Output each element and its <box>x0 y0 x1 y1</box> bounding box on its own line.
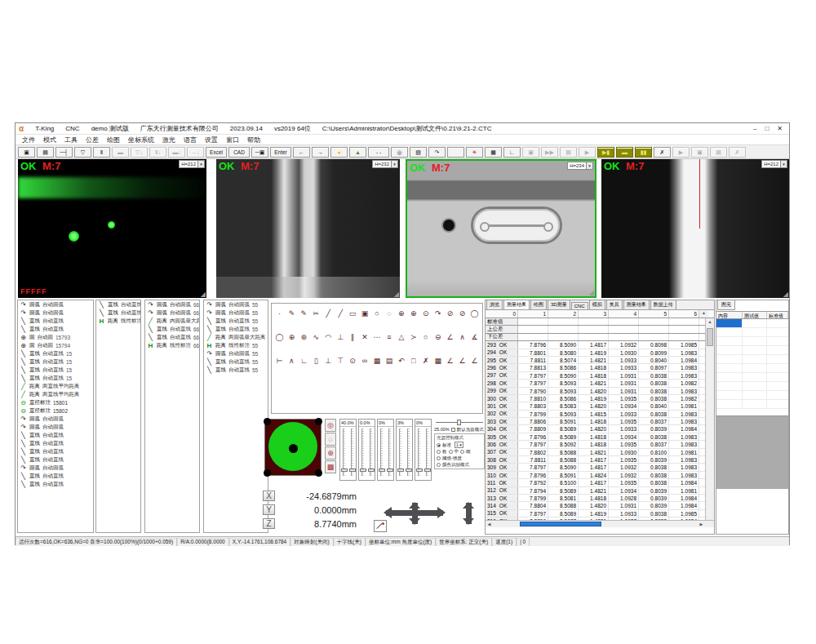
tool-icon[interactable]: ◯ <box>275 332 284 342</box>
light-slider[interactable] <box>380 429 383 476</box>
slider-thumb[interactable] <box>360 469 366 472</box>
tool-icon[interactable]: ∧ <box>458 332 467 342</box>
list-item[interactable]: 圆弧自动圆弧55 <box>204 349 268 358</box>
tool-icon[interactable]: ∠ <box>470 356 479 366</box>
resize-grip-icon[interactable]: ◢ <box>589 289 594 296</box>
toolbar-button[interactable]: ▶▶ <box>541 147 558 158</box>
toolbar-button[interactable]: ▤ <box>37 147 54 158</box>
list-item[interactable]: 直线自动直线 <box>18 317 93 325</box>
tool-icon[interactable]: ✂ <box>312 309 321 318</box>
table-row[interactable]: 314OK 7.8804 8.5088 1.4820 1.0931 0.8039… <box>486 502 714 509</box>
jog-z-arrow[interactable] <box>466 503 472 524</box>
toolbar-button[interactable]: → <box>312 147 329 158</box>
table-spec-row[interactable]: 上公差 <box>486 326 714 333</box>
tool-icon[interactable]: ◠ <box>324 332 333 342</box>
tool-icon[interactable]: ∠ <box>458 356 467 366</box>
light-slider[interactable] <box>418 429 420 476</box>
camera-height-select[interactable]: H=234▾ <box>567 162 593 170</box>
list-item[interactable]: 圆自动圆15794 <box>18 341 93 349</box>
light-slider[interactable] <box>351 429 353 476</box>
table-spec-row[interactable]: 下公差 <box>486 334 714 341</box>
tool-icon[interactable]: ⋯ <box>373 332 382 342</box>
tool-icon[interactable]: ⊕ <box>397 309 406 318</box>
tool-icon[interactable]: ✎ <box>299 309 308 318</box>
table-row[interactable]: 298OK 7.8797 8.5093 1.4821 1.0931 0.8038… <box>486 380 714 387</box>
toolbar-button[interactable]: ▣ <box>691 147 708 158</box>
element-tab[interactable]: 图元 <box>717 300 735 310</box>
tool-icon[interactable]: ○ <box>421 332 430 342</box>
toolbar-button[interactable]: CAD <box>228 147 250 158</box>
slider-thumb[interactable] <box>387 469 393 472</box>
menu-item[interactable]: 绘图 <box>107 135 120 144</box>
list-item[interactable]: 直线自动直线 <box>18 480 93 488</box>
toolbar-button[interactable]: ▶▮ <box>597 147 614 158</box>
light-slider[interactable] <box>370 429 372 476</box>
menu-item[interactable]: 激光 <box>162 135 175 144</box>
toolbar-button[interactable]: ▦ <box>485 147 502 158</box>
tool-icon[interactable]: ∿ <box>312 332 321 342</box>
toolbar-button[interactable]: ─▣ <box>251 147 268 158</box>
list-item[interactable]: 直径标注15801 <box>18 398 93 406</box>
tool-icon[interactable]: □ <box>409 356 418 366</box>
scrollbar-thumb[interactable] <box>707 328 713 346</box>
brightness-slider[interactable] <box>436 420 483 424</box>
camera-view-1[interactable]: OK M:7 H=212▾ FFFFF ◢ <box>18 159 206 298</box>
tool-icon[interactable]: ✎ <box>287 309 296 318</box>
toolbar-button[interactable]: - - <box>368 147 389 158</box>
resize-grip-icon[interactable]: ◢ <box>783 291 788 298</box>
menu-item[interactable]: 文件 <box>22 135 35 144</box>
list-item[interactable]: 圆弧自动圆弧66 <box>145 309 199 317</box>
tool-icon[interactable]: ◯ <box>470 309 479 318</box>
table-row[interactable]: 293OK 7.8796 8.5090 1.4817 1.0932 0.8098… <box>486 341 714 349</box>
table-row[interactable]: 296OK 7.8813 8.5086 1.4818 1.0933 0.8097… <box>486 364 714 371</box>
slider-thumb[interactable] <box>416 469 423 472</box>
slider-thumb[interactable] <box>397 469 404 472</box>
table-row[interactable]: 313OK 7.8799 8.5081 1.4818 1.0928 0.8039… <box>486 495 714 502</box>
toolbar-button[interactable]: ← <box>293 147 310 158</box>
list-item[interactable]: 圆弧自动圆弧 <box>18 309 93 317</box>
results-tab[interactable]: 绘图 <box>530 300 547 309</box>
table-row[interactable]: 299OK 7.8790 8.5093 1.4820 1.0931 0.8038… <box>486 388 714 395</box>
tool-icon[interactable]: ∟ <box>299 356 308 366</box>
tool-icon[interactable]: △ <box>397 332 406 342</box>
radio-mid[interactable] <box>449 450 453 454</box>
menu-item[interactable]: 坐标系统 <box>128 135 154 144</box>
table-row[interactable]: 294OK 7.8801 8.5080 1.4819 1.0930 0.8099… <box>486 349 714 357</box>
table-spec-row[interactable]: 标准值 <box>486 318 714 326</box>
list-item[interactable]: 直线自动直线66 <box>145 325 199 333</box>
scroll-left-icon[interactable]: ◀ <box>486 521 493 527</box>
menu-item[interactable]: 窗口 <box>226 135 239 144</box>
toolbar-button[interactable]: Ⅱ↓ <box>149 147 166 158</box>
level-select[interactable]: 1 ▾ <box>455 442 463 448</box>
tool-icon[interactable]: ∞ <box>361 356 370 366</box>
list-item[interactable]: 直线自动直线55 <box>204 325 268 333</box>
light-slider[interactable] <box>399 429 401 476</box>
toolbar-button[interactable]: ─┤ <box>55 147 73 158</box>
tool-icon[interactable]: ▤ <box>384 356 393 366</box>
light-slider[interactable] <box>343 429 345 476</box>
list-item[interactable]: 距离两直线平均距离 <box>18 382 93 390</box>
menu-item[interactable]: 模式 <box>43 135 56 144</box>
list-item[interactable]: 圆弧自动圆弧55 <box>204 300 268 309</box>
toolbar-button[interactable]: ◎ <box>391 147 408 158</box>
radio-coarse[interactable] <box>437 450 441 454</box>
table-row[interactable]: 295OK 7.8811 8.5074 1.4821 1.0933 0.8040… <box>486 357 714 364</box>
chevron-down-icon[interactable]: ▾ <box>391 161 397 167</box>
toolbar-button[interactable]: ▶ <box>579 147 596 158</box>
list-item[interactable]: 直线自动直线15 <box>18 366 93 374</box>
tool-icon[interactable]: ⊖ <box>433 332 442 342</box>
list-item[interactable]: 直线自动直线55 <box>204 366 268 374</box>
slider-thumb[interactable] <box>368 469 375 472</box>
maximize-button[interactable]: □ <box>765 125 769 132</box>
list-item[interactable]: 直径标注15802 <box>18 406 93 415</box>
toolbar-button[interactable]: ▲ <box>349 147 366 158</box>
list-item[interactable]: 圆弧自动圆弧66 <box>145 300 199 309</box>
toolbar-button[interactable]: ▬↓ <box>168 147 185 158</box>
tool-icon[interactable]: ⊛ <box>299 332 308 342</box>
toolbar-button[interactable]: ▬ <box>616 147 633 158</box>
tool-icon[interactable]: ▦ <box>433 356 442 366</box>
table-row[interactable]: 305OK 7.8796 8.5089 1.4818 1.0934 0.8038… <box>486 433 714 441</box>
slider-thumb[interactable] <box>406 469 412 472</box>
camera-height-select[interactable]: H=212▾ <box>179 160 205 168</box>
scrollbar-thumb[interactable] <box>520 522 601 526</box>
